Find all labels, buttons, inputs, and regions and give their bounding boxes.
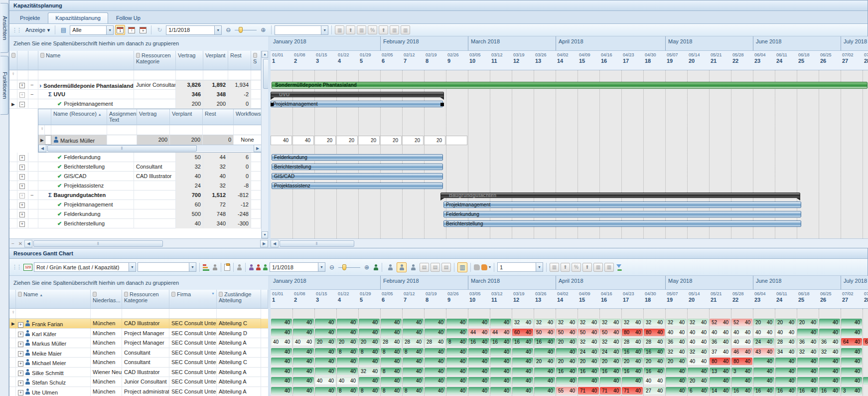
load-cell[interactable]: 3240 bbox=[797, 348, 818, 356]
column-up-icon[interactable]: ⬆ bbox=[561, 263, 570, 272]
column-header-s[interactable]: S bbox=[251, 51, 261, 70]
person-icon[interactable] bbox=[25, 359, 30, 365]
expand-toggle[interactable]: + bbox=[18, 381, 23, 386]
load-cell[interactable]: 840 bbox=[381, 368, 402, 375]
load-cell[interactable]: 6440 bbox=[841, 338, 862, 346]
gantt-bar-giscad[interactable]: GIS/CAD bbox=[272, 173, 443, 180]
bust-glyph[interactable] bbox=[411, 264, 416, 270]
project-row-giscad[interactable]: +✔GIS/CADCAD Illustrator40400 bbox=[9, 172, 261, 181]
column-grid-icon[interactable]: ▥ bbox=[357, 25, 366, 34]
load-cell[interactable]: 1640 bbox=[490, 338, 511, 346]
expand-toggle[interactable]: + bbox=[19, 165, 25, 170]
column-header-dash[interactable] bbox=[28, 51, 38, 70]
gantt-bar-uvu[interactable]: UVU bbox=[271, 92, 444, 97]
expand-toggle[interactable]: + bbox=[19, 193, 25, 198]
load-cell[interactable]: 3240 bbox=[512, 319, 533, 326]
load-cell[interactable]: 3240 bbox=[819, 348, 840, 356]
chevron-down-icon[interactable]: ▼ bbox=[321, 26, 328, 34]
load-cell[interactable]: 1640 bbox=[775, 387, 796, 395]
load-cell[interactable]: 40 bbox=[622, 377, 643, 385]
load-cell[interactable]: 40 bbox=[578, 377, 599, 385]
filter-alle-combobox[interactable]: Alle▼ bbox=[70, 25, 114, 35]
person-icon[interactable] bbox=[25, 330, 30, 336]
column-header-name[interactable]: Name▲ bbox=[16, 290, 91, 309]
column-lock-icon[interactable]: ▥ bbox=[604, 263, 614, 272]
chevron-down-icon[interactable]: ▼ bbox=[214, 26, 221, 34]
filter-cell-rest[interactable] bbox=[228, 70, 251, 80]
load-cell[interactable]: 1640 bbox=[622, 348, 643, 356]
load-cell[interactable]: 40 bbox=[841, 329, 862, 336]
load-cell[interactable]: 4040 bbox=[271, 338, 292, 346]
zoom-slider[interactable] bbox=[235, 26, 257, 33]
column-header-verplant[interactable]: Verplant bbox=[203, 51, 228, 70]
person-icon[interactable] bbox=[25, 389, 30, 395]
load-cell[interactable]: 640 bbox=[688, 387, 709, 395]
load-cell[interactable]: 40 bbox=[797, 368, 818, 375]
filter-cell-name[interactable] bbox=[16, 309, 91, 319]
load-cell[interactable]: 40 bbox=[293, 329, 314, 336]
subgrid-column-1[interactable]: Assignment Text bbox=[107, 109, 137, 125]
load-cell[interactable]: 40 bbox=[337, 368, 358, 375]
load-cell[interactable]: 4040 bbox=[644, 377, 665, 385]
filter-cell-name[interactable] bbox=[38, 70, 134, 80]
load-cell[interactable]: 40 bbox=[271, 368, 292, 375]
load-cell[interactable]: 1640 bbox=[600, 368, 621, 375]
load-cell[interactable]: 340 bbox=[841, 387, 862, 395]
resource-filter-combobox[interactable]: ▼ bbox=[138, 262, 196, 272]
count-combobox[interactable]: 1▼ bbox=[497, 262, 543, 272]
load-cell[interactable]: 40 bbox=[863, 377, 868, 385]
load-cell[interactable]: 840 bbox=[359, 387, 380, 395]
scroll-left-icon[interactable]: ◀ bbox=[38, 145, 46, 152]
load-cell[interactable]: 2040 bbox=[337, 338, 358, 346]
chevron-down-icon[interactable]: ▼ bbox=[318, 263, 325, 271]
load-cell[interactable]: 40 bbox=[841, 377, 862, 385]
column-header-rest[interactable]: Rest bbox=[228, 51, 251, 70]
load-cell[interactable]: 40 bbox=[512, 387, 533, 395]
column-header-niederlassung[interactable]: Niederlas... bbox=[91, 290, 122, 309]
load-cell[interactable]: 40 bbox=[819, 358, 840, 365]
load-cell[interactable]: 40 bbox=[337, 319, 358, 326]
load-cell[interactable]: 40 bbox=[490, 319, 511, 326]
gantt-bar-felderkundung[interactable]: Felderkundung bbox=[272, 154, 443, 161]
load-cell[interactable]: 40 bbox=[403, 319, 424, 326]
load-cell[interactable]: 2040 bbox=[688, 377, 709, 385]
load-cell[interactable]: 4040 bbox=[293, 338, 314, 346]
load-cell[interactable]: 840 bbox=[381, 348, 402, 356]
expand-toggle[interactable]: + bbox=[18, 332, 23, 337]
load-cell[interactable]: 2840 bbox=[425, 338, 445, 346]
load-cell[interactable]: 40 bbox=[271, 319, 292, 326]
project-row-projektmanagement[interactable]: ▶−✔Projektmanagement2002000 bbox=[9, 99, 261, 109]
load-cell[interactable]: 40 bbox=[468, 387, 489, 395]
project-row-felderkundung[interactable]: +✔Felderkundung500748-248 bbox=[9, 209, 261, 219]
load-cell[interactable]: 840 bbox=[403, 387, 424, 395]
load-cell[interactable]: 40 bbox=[710, 377, 730, 385]
load-cell[interactable]: 2840 bbox=[644, 338, 665, 346]
column-header-abteilung[interactable]: Zuständige Abteilung bbox=[217, 290, 261, 309]
project-row-projektmanagement[interactable]: +✔Projektmanagement6072-12 bbox=[9, 200, 261, 209]
load-cell[interactable]: 40 bbox=[512, 358, 533, 365]
load-cell[interactable]: 40 bbox=[425, 368, 445, 375]
expand-toggle[interactable]: + bbox=[18, 371, 23, 376]
subgrid-column-2[interactable]: Vertrag bbox=[137, 109, 170, 125]
gantt-bar-baugrundgutachten[interactable]: Baugrundgutachten bbox=[440, 193, 800, 198]
load-cell[interactable]: 40 bbox=[446, 358, 467, 365]
bust-medium-icon[interactable] bbox=[397, 262, 407, 272]
load-cell[interactable]: 40 bbox=[512, 368, 533, 375]
resource-row-frankfarian[interactable]: ▶+ Frank FarianMünchenCAD IllustratorSEC… bbox=[9, 319, 268, 329]
calendar-next-icon[interactable]: » bbox=[138, 25, 148, 35]
load-cell[interactable]: 40 bbox=[797, 377, 818, 385]
load-cell[interactable]: 40 bbox=[797, 358, 818, 365]
load-cell[interactable]: 40 bbox=[293, 358, 314, 365]
resource-row-michaelmeier[interactable]: + Michael MeierMünchenConsultantSEC Cons… bbox=[9, 358, 268, 368]
bust-glyph[interactable] bbox=[388, 264, 393, 270]
resource-row-silkeschmitt[interactable]: + Silke SchmittWiener NeustacCAD Illustr… bbox=[9, 368, 268, 378]
scroll-right-icon[interactable]: ▶ bbox=[254, 145, 261, 152]
load-cell[interactable]: 40 bbox=[446, 377, 467, 385]
load-cell[interactable]: 2040 bbox=[644, 358, 665, 365]
filter-cell-ind[interactable]: ♀ bbox=[9, 309, 16, 319]
expand-toggle[interactable]: + bbox=[18, 361, 23, 367]
load-cell[interactable]: 7140 bbox=[578, 387, 599, 395]
load-cell[interactable]: 3240 bbox=[600, 338, 621, 346]
subgrid-filter-cell[interactable] bbox=[234, 125, 261, 135]
load-cell[interactable]: 5040 bbox=[600, 329, 621, 336]
